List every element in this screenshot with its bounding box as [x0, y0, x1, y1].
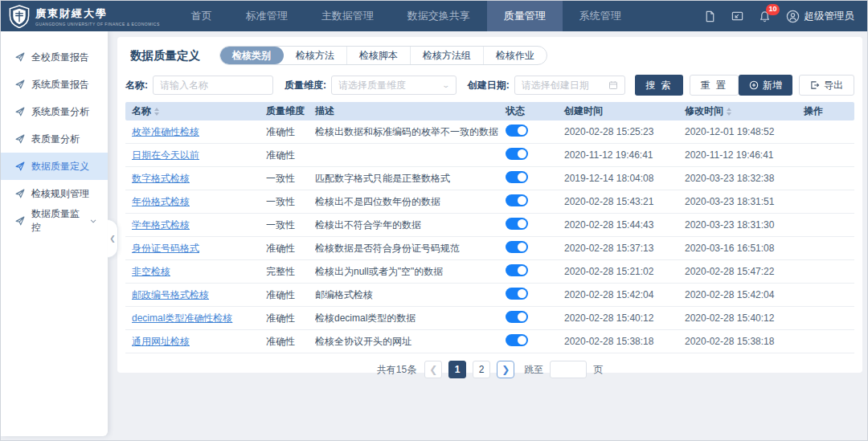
- university-logo-text: 廣東財經大學 GUANGDONG UNIVERSITY OF FINANCE &…: [35, 6, 160, 27]
- status-toggle[interactable]: [506, 288, 528, 300]
- rule-name-link[interactable]: 数字格式检核: [132, 173, 190, 184]
- sidebar-item[interactable]: 系统质量报告: [1, 71, 108, 98]
- paper-plane-icon: [15, 134, 25, 144]
- status-toggle[interactable]: [506, 334, 528, 346]
- table-row: 学年格式检核 一致性 检核出不符合学年的数据 2020-02-28 15:44:…: [125, 214, 854, 237]
- document-icon[interactable]: [704, 10, 716, 22]
- toggle-knob: [518, 196, 526, 205]
- status-toggle[interactable]: [506, 264, 528, 276]
- name-filter-input[interactable]: [153, 76, 273, 95]
- sidebar-item[interactable]: 表质量分析: [1, 125, 108, 153]
- sort-icon[interactable]: [727, 108, 731, 116]
- toggle-knob: [518, 173, 526, 182]
- tab[interactable]: 检核方法: [284, 47, 347, 64]
- chevron-left-icon: ❮: [429, 364, 437, 375]
- chevron-right-icon: ❯: [502, 364, 510, 375]
- table-row: 身份证号码格式 准确性 检核数据是否符合身份证号码规范 2020-02-28 1…: [125, 237, 854, 260]
- export-button[interactable]: 导出: [799, 75, 854, 96]
- nav-item[interactable]: 首页: [174, 1, 229, 31]
- rule-name-link[interactable]: 学年格式检核: [132, 219, 190, 231]
- created-time-cell: 2020-02-28 15:40:12: [564, 312, 685, 324]
- page-number-button[interactable]: 1: [448, 361, 466, 378]
- created-time-cell: 2020-11-12 19:46:41: [564, 149, 685, 161]
- sidebar-collapse-handle[interactable]: ❮: [108, 219, 118, 258]
- add-button[interactable]: 新增: [739, 75, 792, 96]
- user-menu[interactable]: 超级管理员: [786, 10, 855, 23]
- column-header-description: 描述: [315, 104, 506, 118]
- column-header-modified[interactable]: 修改时间: [685, 104, 804, 118]
- status-toggle[interactable]: [506, 171, 528, 183]
- sidebar-item[interactable]: 数据质量监控: [1, 207, 108, 235]
- created-time-cell: 2020-02-28 15:25:23: [564, 126, 685, 137]
- modified-time-cell: 2020-12-01 19:48:52: [685, 126, 804, 137]
- tab[interactable]: 检核脚本: [347, 47, 411, 64]
- export-button-label: 导出: [824, 79, 843, 92]
- rule-name-link[interactable]: decimal类型准确性检核: [132, 312, 232, 324]
- sidebar: 全校质量报告系统质量报告系统质量分析表质量分析数据质量定义检核规则管理数据质量监…: [1, 31, 108, 436]
- date-filter-input[interactable]: 请选择创建日期: [514, 76, 626, 95]
- nav-item[interactable]: 主数据管理: [305, 1, 391, 31]
- nav-item[interactable]: 质量管理: [487, 1, 563, 31]
- table-row: 通用网址检核 准确性 检核全协议开头的网址 2020-02-28 15:38:1…: [125, 330, 854, 353]
- chevron-left-icon: ❮: [109, 235, 116, 243]
- sidebar-item-label: 系统质量报告: [31, 78, 89, 92]
- dimension-cell: 准确性: [266, 125, 315, 139]
- rule-name-link[interactable]: 枚举准确性检核: [132, 126, 199, 137]
- search-button[interactable]: 搜 索: [635, 75, 682, 96]
- rule-name-link[interactable]: 身份证号码格式: [132, 243, 199, 254]
- tab[interactable]: 检核作业: [484, 47, 547, 64]
- sidebar-item[interactable]: 数据质量定义: [1, 153, 108, 180]
- sidebar-item[interactable]: 系统质量分析: [1, 98, 108, 125]
- toggle-knob: [518, 243, 526, 251]
- description-cell: 检核全协议开头的网址: [315, 335, 506, 349]
- plus-circle-icon: [749, 80, 759, 90]
- jump-to-page-input[interactable]: [550, 361, 587, 378]
- rule-name-link[interactable]: 邮政编号格式检核: [132, 289, 209, 300]
- status-toggle[interactable]: [506, 125, 528, 137]
- description-cell: 检核出不符合学年的数据: [315, 218, 506, 232]
- status-toggle[interactable]: [506, 218, 528, 230]
- title-row: 数据质量定义 检核类别检核方法检核脚本检核方法组检核作业: [125, 43, 854, 68]
- table-body: 枚举准确性检核 准确性 检核出数据和标准编码的枚举不一致的数据 2020-02-…: [125, 120, 854, 353]
- toggle-knob: [518, 289, 526, 298]
- header-toolbar: 10 超级管理员: [704, 10, 868, 23]
- status-toggle[interactable]: [506, 241, 528, 253]
- paper-plane-icon: [15, 216, 25, 226]
- prev-page-button[interactable]: ❮: [424, 361, 442, 378]
- rule-name-link[interactable]: 非空检核: [132, 266, 170, 277]
- university-logo: 廣東財經大學 GUANGDONG UNIVERSITY OF FINANCE &…: [1, 5, 170, 28]
- column-header-actions: 操作: [804, 104, 848, 118]
- paper-plane-icon: [15, 52, 25, 62]
- chevron-down-icon: ⌄: [442, 81, 451, 89]
- toggle-knob: [518, 126, 526, 135]
- dimension-filter-select[interactable]: 请选择质量维度 ⌄: [331, 76, 457, 95]
- status-toggle[interactable]: [506, 148, 528, 160]
- tab[interactable]: 检核类别: [220, 47, 284, 64]
- screen-share-icon[interactable]: [731, 10, 743, 22]
- paper-plane-icon: [15, 161, 25, 171]
- tab[interactable]: 检核方法组: [411, 47, 484, 64]
- sidebar-item[interactable]: 检核规则管理: [1, 180, 108, 207]
- rule-name-link[interactable]: 年份格式检核: [132, 196, 190, 207]
- modified-time-cell: 2020-03-23 18:31:30: [685, 219, 804, 231]
- description-cell: 检核数据是否符合身份证号码规范: [315, 242, 506, 255]
- nav-item[interactable]: 数据交换共享: [391, 1, 487, 31]
- reset-button[interactable]: 重 置: [690, 75, 739, 96]
- table-row: decimal类型准确性检核 准确性 检核decimal类型的数据 2020-0…: [125, 307, 854, 330]
- column-header-name[interactable]: 名称: [132, 104, 266, 118]
- sidebar-item[interactable]: 全校质量报告: [1, 43, 108, 71]
- next-page-button[interactable]: ❯: [497, 361, 514, 378]
- status-toggle[interactable]: [506, 194, 528, 206]
- description-cell: 匹配数字格式只能是正整数格式: [315, 172, 506, 186]
- status-toggle[interactable]: [506, 311, 528, 323]
- rule-name-link[interactable]: 通用网址检核: [132, 336, 190, 347]
- nav-item[interactable]: 标准管理: [229, 1, 305, 31]
- sort-icon[interactable]: [154, 108, 159, 116]
- notifications-button[interactable]: 10: [759, 10, 771, 22]
- description-cell: 检核出为null或者为"空"的数据: [315, 265, 506, 279]
- page-number-button[interactable]: 2: [473, 361, 490, 378]
- rule-name-link[interactable]: 日期在今天以前: [132, 149, 199, 161]
- modified-time-cell: 2020-03-23 18:32:38: [685, 173, 804, 184]
- username-label: 超级管理员: [805, 10, 855, 23]
- nav-item[interactable]: 系统管理: [563, 1, 638, 31]
